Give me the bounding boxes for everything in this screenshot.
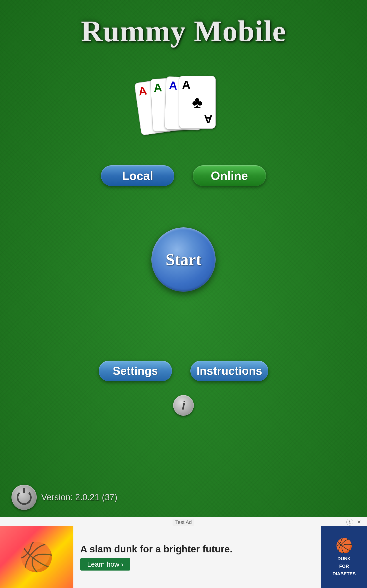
online-button[interactable]: Online xyxy=(193,165,266,186)
version-text: Version: 2.0.21 (37) xyxy=(41,493,117,502)
ad-banner: Test Ad ℹ ✕ A slam dunk for a brighter f… xyxy=(0,517,367,588)
card-4: A ♣ A xyxy=(179,76,216,129)
ad-logo-icon: 🏀 xyxy=(336,537,353,554)
ad-content: A slam dunk for a brighter future. Learn… xyxy=(0,517,367,588)
info-button-area: i xyxy=(173,395,194,416)
card-3-rank: A xyxy=(169,80,177,91)
start-button[interactable]: Start xyxy=(151,227,216,292)
app-title: Rummy Mobile xyxy=(81,14,286,48)
ad-text-area: A slam dunk for a brighter future. Learn… xyxy=(73,539,321,575)
cards-area: A ♥ A A ♣ A A ♦ A A ♣ A xyxy=(138,76,229,136)
info-button[interactable]: i xyxy=(173,395,194,416)
ad-close-button[interactable]: ✕ xyxy=(356,519,362,526)
ad-logo-text-3: DIABETES xyxy=(332,571,356,577)
card-1-rank: A xyxy=(138,85,148,97)
ad-test-label: Test Ad xyxy=(173,519,194,526)
cards-stack: A ♥ A A ♣ A A ♦ A A ♣ A xyxy=(138,76,229,136)
mode-buttons: Local Online xyxy=(101,165,266,186)
power-button[interactable] xyxy=(11,485,37,510)
card-2-rank: A xyxy=(153,82,162,94)
card-4-rank: A xyxy=(182,79,190,90)
ad-info-icon[interactable]: ℹ xyxy=(346,519,353,526)
ad-logo-text-1: DUNK xyxy=(337,556,351,561)
instructions-button[interactable]: Instructions xyxy=(190,361,268,381)
settings-button[interactable]: Settings xyxy=(99,361,172,381)
card-4-rank-bottom: A xyxy=(204,112,212,126)
card-4-suit: ♣ xyxy=(192,93,202,111)
local-button[interactable]: Local xyxy=(101,165,174,186)
bottom-buttons: Settings Instructions xyxy=(99,361,268,381)
ad-logo-area: 🏀 DUNK FOR DIABETES xyxy=(321,526,367,588)
ad-image xyxy=(0,526,73,588)
ad-headline: A slam dunk for a brighter future. xyxy=(80,544,314,555)
start-button-area: Start xyxy=(151,227,216,292)
ad-logo-text-2: FOR xyxy=(339,564,349,569)
main-container: Rummy Mobile A ♥ A A ♣ A A ♦ A xyxy=(0,0,367,588)
power-icon xyxy=(17,490,32,505)
ad-cta-button[interactable]: Learn how › xyxy=(80,558,130,571)
power-button-area: Version: 2.0.21 (37) xyxy=(11,485,117,510)
